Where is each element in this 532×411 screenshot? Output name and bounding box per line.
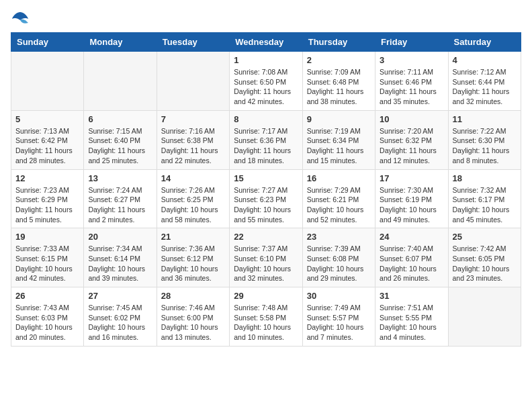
- calendar-empty-cell: [157, 52, 229, 111]
- day-info: Sunrise: 7:51 AM Sunset: 5:55 PM Dayligh…: [380, 303, 443, 342]
- day-number: 5: [15, 114, 79, 124]
- day-info: Sunrise: 7:22 AM Sunset: 6:30 PM Dayligh…: [453, 126, 517, 166]
- day-number: 2: [307, 55, 371, 65]
- day-number: 23: [307, 232, 371, 242]
- calendar-day-cell: 8Sunrise: 7:17 AM Sunset: 6:36 PM Daylig…: [230, 110, 302, 169]
- calendar-empty-cell: [448, 287, 521, 347]
- day-info: Sunrise: 7:27 AM Sunset: 6:23 PM Dayligh…: [234, 185, 298, 225]
- calendar-day-cell: 24Sunrise: 7:40 AM Sunset: 6:07 PM Dayli…: [375, 228, 448, 287]
- day-info: Sunrise: 7:45 AM Sunset: 6:02 PM Dayligh…: [88, 303, 152, 342]
- day-info: Sunrise: 7:42 AM Sunset: 6:05 PM Dayligh…: [453, 244, 517, 283]
- calendar-day-cell: 22Sunrise: 7:37 AM Sunset: 6:10 PM Dayli…: [230, 228, 302, 287]
- day-number: 15: [234, 173, 298, 183]
- calendar-day-cell: 13Sunrise: 7:24 AM Sunset: 6:27 PM Dayli…: [84, 169, 157, 228]
- weekday-header-friday: Friday: [375, 33, 448, 52]
- calendar-day-cell: 9Sunrise: 7:19 AM Sunset: 6:34 PM Daylig…: [302, 110, 375, 169]
- weekday-header-monday: Monday: [84, 33, 157, 52]
- day-number: 20: [88, 232, 152, 242]
- day-info: Sunrise: 7:13 AM Sunset: 6:42 PM Dayligh…: [15, 126, 79, 166]
- day-number: 27: [88, 291, 152, 301]
- calendar-day-cell: 17Sunrise: 7:30 AM Sunset: 6:19 PM Dayli…: [375, 169, 448, 228]
- calendar-week-row: 1Sunrise: 7:08 AM Sunset: 6:50 PM Daylig…: [11, 52, 521, 111]
- day-number: 22: [234, 232, 298, 242]
- calendar-day-cell: 26Sunrise: 7:43 AM Sunset: 6:03 PM Dayli…: [11, 287, 84, 347]
- calendar-day-cell: 2Sunrise: 7:09 AM Sunset: 6:48 PM Daylig…: [302, 52, 375, 111]
- day-info: Sunrise: 7:36 AM Sunset: 6:12 PM Dayligh…: [161, 244, 225, 283]
- weekday-header-wednesday: Wednesday: [230, 33, 302, 52]
- day-info: Sunrise: 7:49 AM Sunset: 5:57 PM Dayligh…: [307, 303, 371, 342]
- day-number: 1: [234, 55, 298, 65]
- day-info: Sunrise: 7:29 AM Sunset: 6:21 PM Dayligh…: [307, 185, 371, 225]
- calendar-day-cell: 21Sunrise: 7:36 AM Sunset: 6:12 PM Dayli…: [157, 228, 229, 287]
- day-number: 25: [453, 232, 517, 242]
- day-number: 11: [453, 114, 517, 124]
- day-number: 26: [15, 291, 79, 301]
- day-number: 17: [380, 173, 443, 183]
- day-info: Sunrise: 7:19 AM Sunset: 6:34 PM Dayligh…: [307, 126, 371, 166]
- day-number: 7: [161, 114, 225, 124]
- day-info: Sunrise: 7:24 AM Sunset: 6:27 PM Dayligh…: [88, 185, 152, 225]
- day-info: Sunrise: 7:26 AM Sunset: 6:25 PM Dayligh…: [161, 185, 225, 225]
- day-info: Sunrise: 7:20 AM Sunset: 6:32 PM Dayligh…: [380, 126, 443, 166]
- calendar-day-cell: 6Sunrise: 7:15 AM Sunset: 6:40 PM Daylig…: [84, 110, 157, 169]
- calendar-day-cell: 16Sunrise: 7:29 AM Sunset: 6:21 PM Dayli…: [302, 169, 375, 228]
- calendar-table: SundayMondayTuesdayWednesdayThursdayFrid…: [11, 32, 521, 347]
- logo: [11, 11, 32, 26]
- day-info: Sunrise: 7:30 AM Sunset: 6:19 PM Dayligh…: [380, 185, 443, 225]
- header: [11, 11, 521, 26]
- day-number: 16: [307, 173, 371, 183]
- calendar-day-cell: 11Sunrise: 7:22 AM Sunset: 6:30 PM Dayli…: [448, 110, 521, 169]
- day-number: 31: [380, 291, 443, 301]
- day-info: Sunrise: 7:17 AM Sunset: 6:36 PM Dayligh…: [234, 126, 298, 166]
- day-info: Sunrise: 7:46 AM Sunset: 6:00 PM Dayligh…: [161, 303, 225, 342]
- day-number: 4: [453, 55, 517, 65]
- day-number: 14: [161, 173, 225, 183]
- day-number: 8: [234, 114, 298, 124]
- calendar-day-cell: 29Sunrise: 7:48 AM Sunset: 5:58 PM Dayli…: [230, 287, 302, 347]
- calendar-week-row: 19Sunrise: 7:33 AM Sunset: 6:15 PM Dayli…: [11, 228, 521, 287]
- day-info: Sunrise: 7:08 AM Sunset: 6:50 PM Dayligh…: [234, 67, 298, 107]
- calendar-day-cell: 23Sunrise: 7:39 AM Sunset: 6:08 PM Dayli…: [302, 228, 375, 287]
- day-info: Sunrise: 7:43 AM Sunset: 6:03 PM Dayligh…: [15, 303, 79, 342]
- calendar-day-cell: 5Sunrise: 7:13 AM Sunset: 6:42 PM Daylig…: [11, 110, 84, 169]
- calendar-day-cell: 30Sunrise: 7:49 AM Sunset: 5:57 PM Dayli…: [302, 287, 375, 347]
- calendar-day-cell: 1Sunrise: 7:08 AM Sunset: 6:50 PM Daylig…: [230, 52, 302, 111]
- weekday-header-row: SundayMondayTuesdayWednesdayThursdayFrid…: [11, 33, 521, 52]
- day-number: 28: [161, 291, 225, 301]
- calendar-day-cell: 31Sunrise: 7:51 AM Sunset: 5:55 PM Dayli…: [375, 287, 448, 347]
- calendar-day-cell: 20Sunrise: 7:34 AM Sunset: 6:14 PM Dayli…: [84, 228, 157, 287]
- day-number: 24: [380, 232, 443, 242]
- calendar-week-row: 5Sunrise: 7:13 AM Sunset: 6:42 PM Daylig…: [11, 110, 521, 169]
- day-info: Sunrise: 7:09 AM Sunset: 6:48 PM Dayligh…: [307, 67, 371, 107]
- day-number: 19: [15, 232, 79, 242]
- calendar-day-cell: 7Sunrise: 7:16 AM Sunset: 6:38 PM Daylig…: [157, 110, 229, 169]
- weekday-header-saturday: Saturday: [448, 33, 521, 52]
- calendar-day-cell: 12Sunrise: 7:23 AM Sunset: 6:29 PM Dayli…: [11, 169, 84, 228]
- day-info: Sunrise: 7:11 AM Sunset: 6:46 PM Dayligh…: [380, 67, 443, 107]
- day-number: 9: [307, 114, 371, 124]
- day-number: 6: [88, 114, 152, 124]
- day-number: 12: [15, 173, 79, 183]
- calendar-empty-cell: [84, 52, 157, 111]
- day-number: 30: [307, 291, 371, 301]
- calendar-day-cell: 25Sunrise: 7:42 AM Sunset: 6:05 PM Dayli…: [448, 228, 521, 287]
- day-number: 18: [453, 173, 517, 183]
- calendar-day-cell: 19Sunrise: 7:33 AM Sunset: 6:15 PM Dayli…: [11, 228, 84, 287]
- day-number: 10: [380, 114, 443, 124]
- day-info: Sunrise: 7:48 AM Sunset: 5:58 PM Dayligh…: [234, 303, 298, 342]
- day-info: Sunrise: 7:40 AM Sunset: 6:07 PM Dayligh…: [380, 244, 443, 283]
- calendar-day-cell: 10Sunrise: 7:20 AM Sunset: 6:32 PM Dayli…: [375, 110, 448, 169]
- weekday-header-thursday: Thursday: [302, 33, 375, 52]
- day-info: Sunrise: 7:12 AM Sunset: 6:44 PM Dayligh…: [453, 67, 517, 107]
- weekday-header-tuesday: Tuesday: [157, 33, 229, 52]
- calendar-day-cell: 18Sunrise: 7:32 AM Sunset: 6:17 PM Dayli…: [448, 169, 521, 228]
- day-info: Sunrise: 7:34 AM Sunset: 6:14 PM Dayligh…: [88, 244, 152, 283]
- day-info: Sunrise: 7:37 AM Sunset: 6:10 PM Dayligh…: [234, 244, 298, 283]
- calendar-day-cell: 27Sunrise: 7:45 AM Sunset: 6:02 PM Dayli…: [84, 287, 157, 347]
- day-info: Sunrise: 7:23 AM Sunset: 6:29 PM Dayligh…: [15, 185, 79, 225]
- day-number: 21: [161, 232, 225, 242]
- logo-bird-icon: [11, 11, 30, 26]
- day-info: Sunrise: 7:16 AM Sunset: 6:38 PM Dayligh…: [161, 126, 225, 166]
- day-number: 29: [234, 291, 298, 301]
- weekday-header-sunday: Sunday: [11, 33, 84, 52]
